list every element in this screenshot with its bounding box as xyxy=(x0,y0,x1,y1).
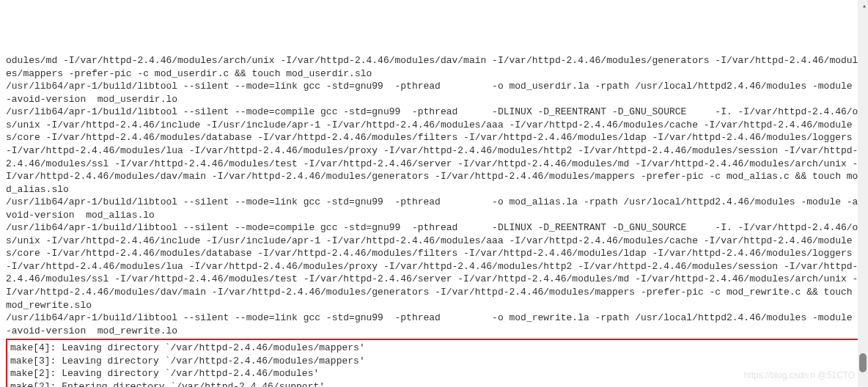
make-line: make[2]: Entering directory `/var/httpd-… xyxy=(10,381,325,387)
make-line: make[4]: Leaving directory `/var/httpd-2… xyxy=(10,342,365,353)
make-line: make[3]: Leaving directory `/var/httpd-2… xyxy=(10,355,365,366)
make-output-highlight: make[4]: Leaving directory `/var/httpd-2… xyxy=(6,339,862,387)
make-line: make[2]: Leaving directory `/var/httpd-2… xyxy=(10,368,319,379)
compile-line: odules/md -I/var/httpd-2.4.46/modules/ar… xyxy=(6,55,858,79)
compile-line: /usr/lib64/apr-1/build/libtool --silent … xyxy=(6,196,858,221)
compile-line: /usr/lib64/apr-1/build/libtool --silent … xyxy=(6,222,858,310)
compile-line: /usr/lib64/apr-1/build/libtool --silent … xyxy=(6,106,858,194)
scrollbar-thumb[interactable] xyxy=(859,353,867,372)
compile-line: /usr/lib64/apr-1/build/libtool --silent … xyxy=(6,81,858,105)
compile-line: /usr/lib64/apr-1/build/libtool --silent … xyxy=(6,312,858,336)
scroll-up-icon[interactable]: ▴ xyxy=(862,1,867,12)
vertical-scrollbar[interactable]: ▴ xyxy=(858,0,868,387)
terminal-output: odules/md -I/var/httpd-2.4.46/modules/ar… xyxy=(6,54,862,387)
